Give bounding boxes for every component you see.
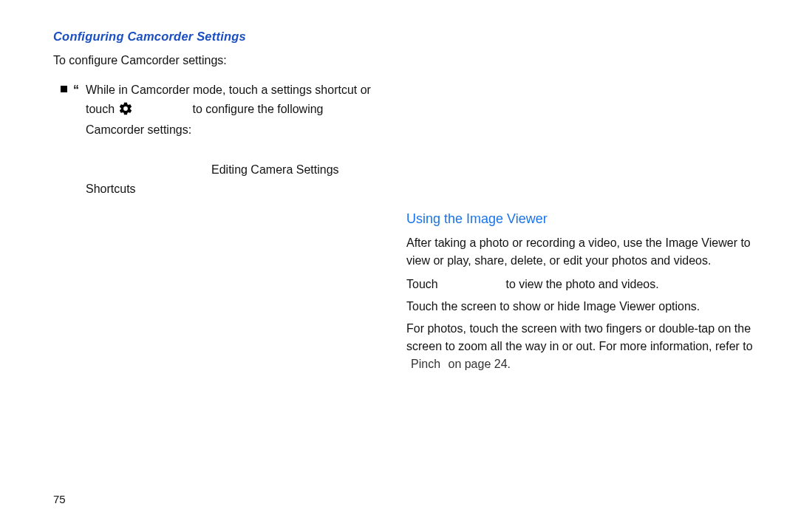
gear-icon	[118, 101, 133, 116]
intro-text: To configure Camcorder settings:	[53, 54, 400, 67]
sub-right-text: Editing Camera Settings	[86, 160, 400, 180]
page-number: 75	[53, 493, 66, 505]
right-column: Using the Image Viewer After taking a ph…	[406, 211, 754, 373]
zoom-text: For photos, touch the screen with two fi…	[406, 322, 753, 352]
paragraph-1: After taking a photo or recording a vide…	[406, 234, 754, 270]
document-page: Configuring Camcorder Settings To config…	[0, 0, 798, 532]
touch-rest: to view the photo and videos.	[505, 278, 658, 290]
bullet-item: “ While in Camcorder mode, touch a setti…	[53, 81, 400, 140]
left-column: Configuring Camcorder Settings To config…	[53, 30, 400, 199]
bullet-line-2: touch to configure the following	[86, 100, 400, 119]
open-quote-icon: “	[73, 81, 79, 100]
pinch-reference: Pinch	[406, 355, 445, 373]
sub-left-text: Shortcuts	[86, 180, 400, 199]
bullet-line-1: While in Camcorder mode, touch a setting…	[86, 81, 400, 100]
bullet-line-3: Camcorder settings:	[86, 120, 400, 140]
toggle-options-line: Touch the screen to show or hide Image V…	[406, 298, 754, 316]
touch-word: Touch	[406, 276, 502, 293]
bullet-line-2-pre: touch	[86, 103, 118, 115]
pinch-page: on page 24.	[445, 358, 511, 370]
sub-block: Editing Camera Settings Shortcuts	[53, 160, 400, 199]
square-bullet-icon	[61, 86, 67, 92]
subsection-heading: Configuring Camcorder Settings	[53, 30, 400, 44]
touch-line: Touch to view the photo and videos.	[406, 276, 754, 293]
section-heading: Using the Image Viewer	[406, 211, 754, 227]
bullet-line-2-post: to configure the following	[193, 103, 324, 115]
zoom-paragraph: For photos, touch the screen with two fi…	[406, 320, 754, 373]
